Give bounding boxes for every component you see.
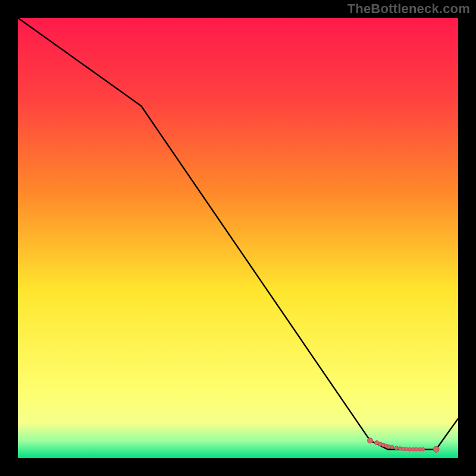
marker-point [415,447,418,451]
marker-point [433,446,439,452]
chart-svg [18,18,458,458]
watermark-text: TheBottleneck.com [347,1,470,17]
gradient-background [18,18,458,458]
marker-point [405,447,408,451]
marker-point [394,446,398,450]
marker-point [390,446,394,449]
marker-point [421,447,425,451]
marker-point [368,438,373,443]
chart-frame: TheBottleneck.com [0,0,476,476]
marker-point [408,447,412,451]
plot-area [18,18,458,458]
